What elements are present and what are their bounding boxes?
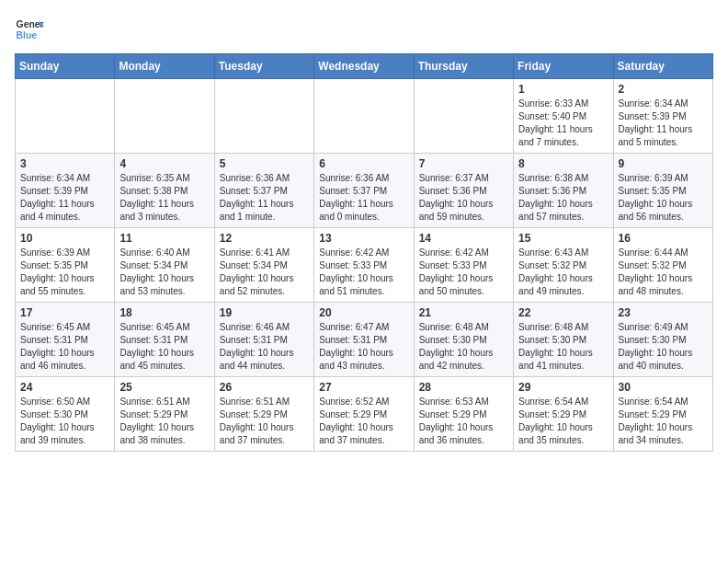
day-number: 19: [220, 306, 309, 319]
day-number: 16: [619, 232, 708, 245]
day-info: Sunrise: 6:36 AM Sunset: 5:37 PM Dayligh…: [319, 172, 408, 224]
logo-icon: General Blue: [15, 15, 44, 44]
week-row-2: 3Sunrise: 6:34 AM Sunset: 5:39 PM Daylig…: [16, 154, 713, 228]
calendar-cell: 20Sunrise: 6:47 AM Sunset: 5:31 PM Dayli…: [314, 303, 414, 377]
day-info: Sunrise: 6:33 AM Sunset: 5:40 PM Dayligh…: [518, 98, 608, 149]
calendar-table: SundayMondayTuesdayWednesdayThursdayFrid…: [15, 53, 713, 452]
day-info: Sunrise: 6:35 AM Sunset: 5:38 PM Dayligh…: [119, 172, 209, 224]
weekday-header-saturday: Saturday: [613, 54, 712, 79]
day-info: Sunrise: 6:42 AM Sunset: 5:33 PM Dayligh…: [419, 247, 508, 298]
day-number: 28: [419, 381, 508, 394]
weekday-header-thursday: Thursday: [414, 54, 513, 79]
day-info: Sunrise: 6:39 AM Sunset: 5:35 PM Dayligh…: [619, 172, 708, 224]
day-number: 5: [220, 157, 309, 170]
day-info: Sunrise: 6:40 AM Sunset: 5:34 PM Dayligh…: [119, 247, 209, 298]
calendar-cell: 13Sunrise: 6:42 AM Sunset: 5:33 PM Dayli…: [314, 228, 414, 303]
day-number: 8: [518, 157, 608, 170]
page-header: General Blue: [15, 15, 713, 44]
day-number: 30: [619, 381, 708, 394]
day-number: 26: [220, 381, 309, 394]
weekday-header-monday: Monday: [115, 54, 214, 79]
week-row-1: 1Sunrise: 6:33 AM Sunset: 5:40 PM Daylig…: [16, 79, 713, 154]
week-row-5: 24Sunrise: 6:50 AM Sunset: 5:30 PM Dayli…: [16, 377, 713, 452]
day-info: Sunrise: 6:41 AM Sunset: 5:34 PM Dayligh…: [220, 247, 309, 298]
calendar-cell: 6Sunrise: 6:36 AM Sunset: 5:37 PM Daylig…: [314, 154, 414, 228]
calendar-cell: 14Sunrise: 6:42 AM Sunset: 5:33 PM Dayli…: [414, 228, 513, 303]
calendar-cell: 1Sunrise: 6:33 AM Sunset: 5:40 PM Daylig…: [514, 79, 613, 154]
day-info: Sunrise: 6:44 AM Sunset: 5:32 PM Dayligh…: [619, 247, 708, 298]
calendar-cell: [414, 79, 513, 154]
calendar-cell: 19Sunrise: 6:46 AM Sunset: 5:31 PM Dayli…: [214, 303, 313, 377]
day-info: Sunrise: 6:39 AM Sunset: 5:35 PM Dayligh…: [20, 247, 109, 298]
day-info: Sunrise: 6:34 AM Sunset: 5:39 PM Dayligh…: [619, 98, 708, 149]
weekday-header-wednesday: Wednesday: [314, 54, 414, 79]
day-info: Sunrise: 6:43 AM Sunset: 5:32 PM Dayligh…: [518, 247, 608, 298]
day-info: Sunrise: 6:53 AM Sunset: 5:29 PM Dayligh…: [419, 396, 508, 447]
calendar-cell: 21Sunrise: 6:48 AM Sunset: 5:30 PM Dayli…: [414, 303, 513, 377]
day-info: Sunrise: 6:52 AM Sunset: 5:29 PM Dayligh…: [319, 396, 408, 447]
calendar-cell: 12Sunrise: 6:41 AM Sunset: 5:34 PM Dayli…: [214, 228, 313, 303]
calendar-cell: 22Sunrise: 6:48 AM Sunset: 5:30 PM Dayli…: [514, 303, 613, 377]
day-info: Sunrise: 6:48 AM Sunset: 5:30 PM Dayligh…: [419, 321, 508, 373]
calendar-cell: 4Sunrise: 6:35 AM Sunset: 5:38 PM Daylig…: [115, 154, 214, 228]
calendar-cell: 11Sunrise: 6:40 AM Sunset: 5:34 PM Dayli…: [115, 228, 214, 303]
day-number: 15: [518, 232, 608, 245]
day-number: 22: [518, 306, 608, 319]
calendar-cell: 25Sunrise: 6:51 AM Sunset: 5:29 PM Dayli…: [115, 377, 214, 452]
day-info: Sunrise: 6:45 AM Sunset: 5:31 PM Dayligh…: [119, 321, 209, 373]
day-number: 3: [20, 157, 109, 170]
day-info: Sunrise: 6:51 AM Sunset: 5:29 PM Dayligh…: [119, 396, 209, 447]
day-number: 7: [419, 157, 508, 170]
calendar-cell: 8Sunrise: 6:38 AM Sunset: 5:36 PM Daylig…: [514, 154, 613, 228]
logo: General Blue: [15, 15, 44, 44]
day-number: 1: [518, 83, 608, 96]
day-info: Sunrise: 6:50 AM Sunset: 5:30 PM Dayligh…: [20, 396, 109, 447]
day-number: 23: [619, 306, 708, 319]
day-number: 6: [319, 157, 408, 170]
calendar-cell: [16, 79, 115, 154]
calendar-cell: 28Sunrise: 6:53 AM Sunset: 5:29 PM Dayli…: [414, 377, 513, 452]
calendar-cell: [214, 79, 313, 154]
calendar-cell: 29Sunrise: 6:54 AM Sunset: 5:29 PM Dayli…: [514, 377, 613, 452]
week-row-3: 10Sunrise: 6:39 AM Sunset: 5:35 PM Dayli…: [16, 228, 713, 303]
day-number: 12: [220, 232, 309, 245]
calendar-cell: 9Sunrise: 6:39 AM Sunset: 5:35 PM Daylig…: [613, 154, 712, 228]
day-info: Sunrise: 6:36 AM Sunset: 5:37 PM Dayligh…: [220, 172, 309, 224]
day-info: Sunrise: 6:45 AM Sunset: 5:31 PM Dayligh…: [20, 321, 109, 373]
calendar-cell: [314, 79, 414, 154]
weekday-header-row: SundayMondayTuesdayWednesdayThursdayFrid…: [16, 54, 713, 79]
day-number: 25: [119, 381, 209, 394]
day-number: 13: [319, 232, 408, 245]
calendar-cell: 30Sunrise: 6:54 AM Sunset: 5:29 PM Dayli…: [613, 377, 712, 452]
day-info: Sunrise: 6:54 AM Sunset: 5:29 PM Dayligh…: [619, 396, 708, 447]
calendar-cell: 27Sunrise: 6:52 AM Sunset: 5:29 PM Dayli…: [314, 377, 414, 452]
calendar-cell: 18Sunrise: 6:45 AM Sunset: 5:31 PM Dayli…: [115, 303, 214, 377]
day-number: 24: [20, 381, 109, 394]
day-info: Sunrise: 6:38 AM Sunset: 5:36 PM Dayligh…: [518, 172, 608, 224]
calendar-cell: 3Sunrise: 6:34 AM Sunset: 5:39 PM Daylig…: [16, 154, 115, 228]
day-number: 18: [119, 306, 209, 319]
day-number: 27: [319, 381, 408, 394]
day-number: 2: [619, 83, 708, 96]
svg-text:Blue: Blue: [17, 30, 38, 40]
day-number: 20: [319, 306, 408, 319]
calendar-cell: 16Sunrise: 6:44 AM Sunset: 5:32 PM Dayli…: [613, 228, 712, 303]
day-number: 17: [20, 306, 109, 319]
weekday-header-tuesday: Tuesday: [214, 54, 313, 79]
day-info: Sunrise: 6:37 AM Sunset: 5:36 PM Dayligh…: [419, 172, 508, 224]
day-number: 11: [119, 232, 209, 245]
calendar-cell: 15Sunrise: 6:43 AM Sunset: 5:32 PM Dayli…: [514, 228, 613, 303]
calendar-cell: 7Sunrise: 6:37 AM Sunset: 5:36 PM Daylig…: [414, 154, 513, 228]
day-number: 9: [619, 157, 708, 170]
day-number: 4: [119, 157, 209, 170]
calendar-cell: 26Sunrise: 6:51 AM Sunset: 5:29 PM Dayli…: [214, 377, 313, 452]
week-row-4: 17Sunrise: 6:45 AM Sunset: 5:31 PM Dayli…: [16, 303, 713, 377]
calendar-cell: 10Sunrise: 6:39 AM Sunset: 5:35 PM Dayli…: [16, 228, 115, 303]
day-number: 14: [419, 232, 508, 245]
calendar-cell: 5Sunrise: 6:36 AM Sunset: 5:37 PM Daylig…: [214, 154, 313, 228]
day-number: 10: [20, 232, 109, 245]
day-number: 29: [518, 381, 608, 394]
calendar-cell: 2Sunrise: 6:34 AM Sunset: 5:39 PM Daylig…: [613, 79, 712, 154]
day-number: 21: [419, 306, 508, 319]
day-info: Sunrise: 6:34 AM Sunset: 5:39 PM Dayligh…: [20, 172, 109, 224]
